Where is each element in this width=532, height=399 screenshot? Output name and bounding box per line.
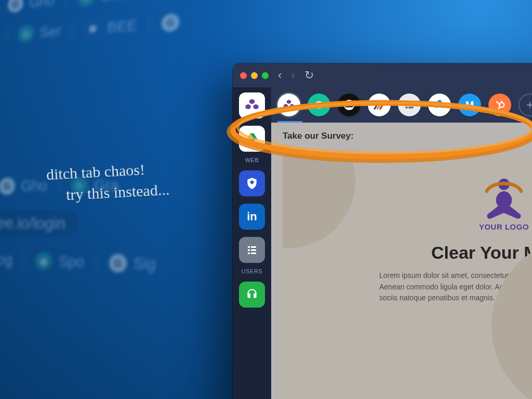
zoom-window-button[interactable] xyxy=(262,72,269,79)
nav-back-button[interactable]: ‹ xyxy=(278,69,282,82)
svg-rect-11 xyxy=(406,107,408,108)
shield-icon xyxy=(245,177,259,190)
sidebar-item-drive[interactable] xyxy=(239,126,265,152)
add-tab-button[interactable]: + xyxy=(518,94,532,116)
tab-list[interactable] xyxy=(398,94,421,116)
svg-rect-3 xyxy=(251,249,256,251)
sidebar-item-support[interactable] xyxy=(239,282,265,308)
sprocket-icon xyxy=(494,99,506,111)
svg-rect-4 xyxy=(248,252,250,254)
sidebar: WEB in USERS xyxy=(233,87,271,399)
promo-handwriting: ditch tab chaos! try this instead... xyxy=(46,158,170,206)
envelope-icon xyxy=(343,99,355,111)
svg-rect-8 xyxy=(408,101,413,103)
svg-point-13 xyxy=(499,102,504,107)
letter-g-icon: G xyxy=(315,99,323,111)
stripes-icon xyxy=(373,98,386,112)
svg-rect-0 xyxy=(248,246,250,248)
svg-rect-1 xyxy=(251,246,256,248)
cubes-icon xyxy=(244,98,260,113)
plus-icon: + xyxy=(526,98,532,112)
sidebar-item-linkedin[interactable]: in xyxy=(239,204,265,230)
tab-grammarly[interactable]: G xyxy=(308,94,330,116)
nav-forward-button[interactable]: › xyxy=(291,69,295,82)
cubes-icon xyxy=(283,99,295,111)
list-icon xyxy=(246,244,258,256)
svg-rect-2 xyxy=(248,249,250,251)
linkedin-icon: in xyxy=(247,210,257,223)
content-area: Take our Survey: YOUR LOGO Clear Your Mi… xyxy=(271,123,532,399)
svg-rect-12 xyxy=(408,107,413,108)
tab-strip: G M + xyxy=(271,87,532,123)
content-dim-overlay xyxy=(271,123,532,399)
svg-rect-9 xyxy=(406,104,408,105)
letter-m-icon: M xyxy=(466,99,474,111)
headset-icon xyxy=(245,288,259,301)
nav-reload-button[interactable]: ↻ xyxy=(304,69,314,82)
minimize-window-button[interactable] xyxy=(251,72,258,79)
sidebar-item-shield[interactable] xyxy=(239,170,265,196)
sidebar-item-workspace[interactable] xyxy=(239,92,265,118)
drive-icon xyxy=(245,131,259,146)
tab-hubspot[interactable] xyxy=(488,94,511,116)
list-icon xyxy=(404,100,415,110)
tab-cubes-blue[interactable] xyxy=(428,94,451,116)
cubes-icon xyxy=(433,99,446,111)
background-url: pro.beefree.io/login xyxy=(0,209,80,238)
sidebar-label-web: WEB xyxy=(245,157,259,163)
sidebar-item-list[interactable] xyxy=(239,237,265,263)
svg-rect-5 xyxy=(251,252,256,254)
svg-rect-10 xyxy=(408,104,413,105)
app-window: ‹ › ↻ WEB in USERS xyxy=(233,63,532,399)
close-window-button[interactable] xyxy=(240,72,247,79)
sidebar-label-users: USERS xyxy=(242,268,262,274)
svg-rect-7 xyxy=(406,101,408,103)
tab-stripes[interactable] xyxy=(368,94,391,116)
title-bar: ‹ › ↻ xyxy=(233,63,532,87)
tab-mail[interactable] xyxy=(338,94,361,116)
tab-m[interactable]: M xyxy=(458,94,481,116)
traffic-lights xyxy=(240,72,269,79)
tab-cubes[interactable] xyxy=(277,94,300,116)
